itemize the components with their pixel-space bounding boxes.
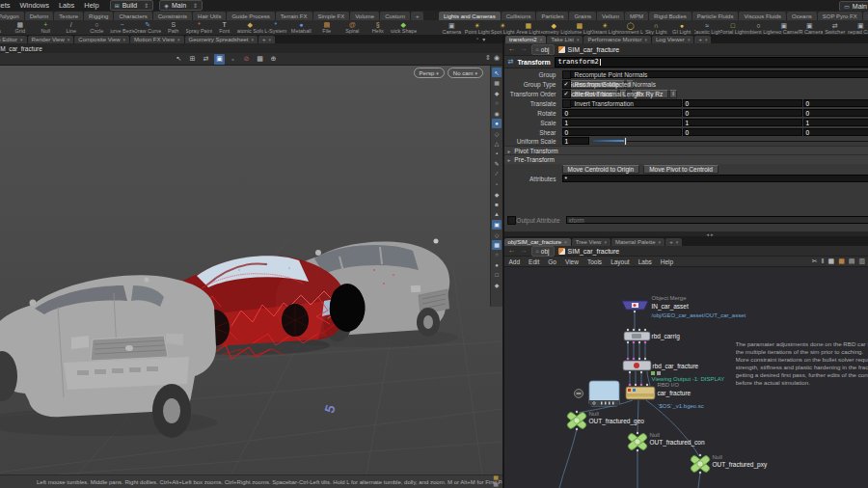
shelf-tool[interactable]: ◯ Environment Light xyxy=(618,21,644,35)
uniform-scale-field[interactable]: 1 xyxy=(562,137,589,145)
shelf-tool[interactable]: ✎ Draw Curve xyxy=(135,20,161,35)
shelf-tab[interactable]: Grains xyxy=(569,12,596,20)
spinner-icon[interactable]: ⇕ xyxy=(144,2,149,9)
display-option-icon[interactable]: ● xyxy=(492,260,502,270)
rotate-y-field[interactable]: 0 xyxy=(683,109,802,117)
shelf-tool[interactable]: ☀ Distant Light xyxy=(592,21,618,35)
forward-icon[interactable]: → xyxy=(520,247,528,255)
pane-tab[interactable]: Composite View xyxy=(74,36,129,43)
shelf-tab[interactable]: MPM xyxy=(625,12,648,20)
shelf-tool[interactable]: ▤ File xyxy=(314,20,340,35)
breadcrumb-root[interactable]: ⌂ obj xyxy=(531,246,555,257)
pane-tab[interactable]: + xyxy=(665,238,682,246)
shelf-tool[interactable]: ▣ Gamepad Camera xyxy=(848,21,868,35)
pane-tab[interactable]: + xyxy=(258,36,275,43)
node-car-fracture[interactable] xyxy=(574,381,655,406)
shelf-tool[interactable]: / Line xyxy=(59,20,85,35)
display-option-icon[interactable]: ▦ xyxy=(492,78,502,88)
uniform-scale-slider[interactable] xyxy=(593,137,868,146)
pane-tab[interactable]: + xyxy=(694,36,711,43)
viewport-tool-icon[interactable]: ⊕ xyxy=(268,54,279,65)
shelf-tab[interactable]: Simple FX xyxy=(313,12,350,20)
shelf-tab[interactable]: Vellum xyxy=(597,12,624,20)
display-option-icon[interactable]: ■ xyxy=(492,200,502,209)
viewport-tool-icon[interactable]: ▩ xyxy=(255,54,265,65)
display-option-icon[interactable]: ● xyxy=(492,119,502,128)
section-pre-transform[interactable]: Pre-Transform xyxy=(504,154,868,164)
viewport-tool-icon[interactable]: ⊘ xyxy=(241,54,252,65)
network-toolbar-icon[interactable]: ▦ xyxy=(838,258,845,265)
view-options-icon[interactable]: ◉ xyxy=(494,54,500,62)
network-menu-item[interactable]: Edit xyxy=(529,258,539,265)
shelf-tool[interactable]: ☀ Point Light xyxy=(465,21,491,35)
shelf-tool[interactable]: ▣ Stereo Camera xyxy=(772,21,798,35)
shelf-tool[interactable]: + Null xyxy=(33,20,59,35)
shelf-tool[interactable]: § Helix xyxy=(366,20,392,35)
shelf-tool[interactable]: ▦ Grid xyxy=(8,20,34,35)
display-option-icon[interactable]: ▲ xyxy=(492,209,502,219)
node-name-label[interactable]: OUT_fractured_geo xyxy=(589,418,644,424)
display-option-icon[interactable]: ○ xyxy=(492,98,502,108)
scale-y-field[interactable]: 1 xyxy=(683,119,802,126)
shelf-tab[interactable]: SOP Pyro FX xyxy=(818,12,862,20)
pane-tab[interactable]: transform2 xyxy=(505,36,546,43)
menu-help[interactable]: Help xyxy=(79,1,103,10)
network-toolbar-icon[interactable]: ▥ xyxy=(858,258,865,265)
viewport-tool-icon[interactable]: ⊞ xyxy=(187,54,198,65)
display-option-icon[interactable]: ◇ xyxy=(492,230,502,239)
network-menu-item[interactable]: Layout xyxy=(610,258,630,265)
node-out-fractured-con[interactable] xyxy=(627,432,648,450)
shelf-tool[interactable]: ∩ Sky Light xyxy=(643,21,669,35)
shelf-tab[interactable]: Lights and Cameras xyxy=(439,12,501,20)
viewport-tool-icon[interactable]: ↖ xyxy=(174,54,184,65)
pane-tab[interactable]: Tree View xyxy=(572,238,610,246)
display-option-icon[interactable]: ◆ xyxy=(492,281,502,290)
shelf-tool[interactable]: ○ Ambient Light xyxy=(746,21,772,35)
pane-tab[interactable]: Render View xyxy=(28,36,74,43)
display-option-icon[interactable]: ○ xyxy=(492,250,502,259)
shelf-tool[interactable]: T Font xyxy=(212,20,238,35)
shelf-tool[interactable]: ◯ Torus xyxy=(0,20,8,35)
display-option-icon[interactable]: ◆ xyxy=(492,189,502,199)
pane-tab[interactable]: Motion FX View xyxy=(130,36,183,43)
shelf-tab[interactable]: DOP Pyro FX xyxy=(863,12,868,20)
menu-assets[interactable]: Assets xyxy=(0,1,15,10)
shelf-tab[interactable]: Texture xyxy=(54,12,83,20)
node-name-field[interactable]: transform2 xyxy=(555,57,868,68)
display-option-icon[interactable]: ∕ xyxy=(492,169,502,178)
breadcrumb-node[interactable]: SIM_car_fracture xyxy=(558,248,620,255)
display-option-icon[interactable]: ◇ xyxy=(492,128,502,138)
pane-tab[interactable]: Performance Monitor xyxy=(583,36,651,43)
shelf-tab[interactable]: Custom xyxy=(380,12,410,20)
desktop-selector[interactable]: ◈ Main ⇕ xyxy=(159,0,203,11)
pane-menu-icon[interactable]: ▾ xyxy=(482,36,485,42)
pane-tab[interactable]: obj/SIM_car_fracture xyxy=(504,238,571,246)
node-name-label[interactable]: car_fracture xyxy=(658,390,692,396)
node-out-fractured-pxy[interactable] xyxy=(690,454,711,473)
attributes-field[interactable]: * xyxy=(562,175,868,182)
forward-icon[interactable]: → xyxy=(520,45,528,53)
display-option-icon[interactable]: △ xyxy=(492,139,502,149)
shelf-tool[interactable]: ☀ Spot Light xyxy=(490,21,516,35)
shelf-tab[interactable]: + xyxy=(411,12,424,20)
network-menu-item[interactable]: Tools xyxy=(587,258,602,265)
projection-selector[interactable]: Persp xyxy=(414,68,445,78)
slider-handle[interactable] xyxy=(624,137,627,146)
shelf-tool[interactable]: @ Spiral xyxy=(339,20,366,35)
shelf-tab[interactable]: Deform xyxy=(25,12,54,20)
shelf-tool[interactable]: ● Metaball xyxy=(288,20,314,35)
network-menu-item[interactable]: Go xyxy=(548,258,556,265)
menu-windows[interactable]: Windows xyxy=(15,1,54,10)
pane-tab[interactable]: Material Palette xyxy=(611,238,665,246)
shelf-tool[interactable]: □ Portal Light xyxy=(720,21,746,35)
display-option-icon[interactable]: ↖ xyxy=(492,68,502,77)
network-menu-item[interactable]: Labs xyxy=(638,258,652,265)
pane-maximize-icon[interactable]: ▫ xyxy=(476,36,478,42)
display-option-icon[interactable]: ▪ xyxy=(492,149,502,158)
display-option-icon[interactable]: □ xyxy=(492,270,502,280)
node-rbd-carrig[interactable] xyxy=(624,332,650,340)
network-menu-item[interactable]: View xyxy=(565,258,579,265)
back-icon[interactable]: ← xyxy=(508,247,516,255)
shelf-tab[interactable]: Constraints xyxy=(153,12,192,20)
shelf-tool[interactable]: ▣ VR Camera xyxy=(797,21,823,35)
